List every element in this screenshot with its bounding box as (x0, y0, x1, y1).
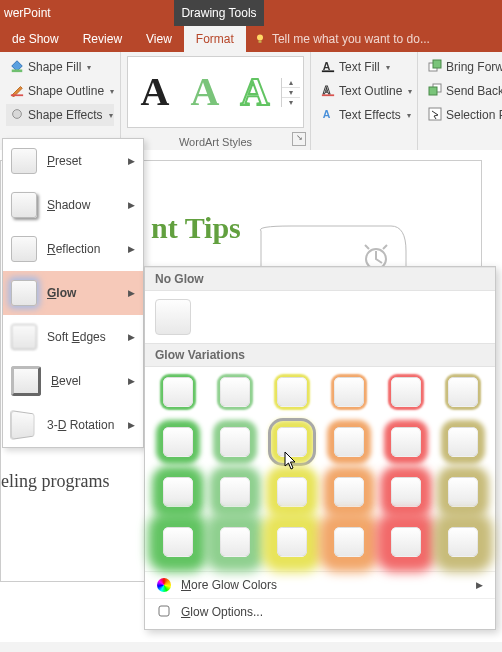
glow-swatch-r4-c2[interactable] (220, 527, 250, 557)
glow-swatch-r2-c6[interactable] (448, 427, 478, 457)
glow-swatch-r3-c6[interactable] (448, 477, 478, 507)
glow-swatch-r1-c1[interactable] (163, 377, 193, 407)
glow-swatch-r1-c6[interactable] (448, 377, 478, 407)
preset-rest: reset (55, 154, 82, 168)
tab-review[interactable]: Review (71, 26, 134, 52)
chevron-right-icon: ▶ (128, 200, 135, 210)
svg-text:A: A (323, 83, 331, 95)
reflection-icon (11, 236, 37, 262)
dialog-launcher-icon[interactable]: ↘ (292, 132, 306, 146)
glow-swatch-r4-c1[interactable] (163, 527, 193, 557)
shape-effects-button[interactable]: Shape Effects ▾ (6, 104, 114, 126)
shape-effects-menu: Preset ▶ Shadow ▶ Reflection ▶ Glow ▶ So… (2, 138, 144, 448)
heading-no-glow: No Glow (145, 267, 495, 291)
chevron-right-icon: ▶ (128, 156, 135, 166)
glow-swatch-r3-c3[interactable] (277, 477, 307, 507)
text-outline-label: Text Outline (339, 84, 402, 98)
text-fill-button[interactable]: A Text Fill ▾ (317, 56, 411, 78)
effects-item-softedges[interactable]: Soft Edges ▶ (3, 315, 143, 359)
svg-rect-11 (433, 60, 441, 68)
glow-swatch-r2-c5[interactable] (391, 427, 421, 457)
effects-item-3drotation[interactable]: 3-D Rotation ▶ (3, 403, 143, 447)
glow-swatch-r3-c5[interactable] (391, 477, 421, 507)
glow-swatch-r3-c2[interactable] (220, 477, 250, 507)
glow-swatch-r1-c2[interactable] (220, 377, 250, 407)
tab-view[interactable]: View (134, 26, 184, 52)
send-backward-button[interactable]: Send Backw (424, 80, 502, 102)
gallery-expand[interactable]: ▾ (282, 98, 300, 107)
glow-swatch-r4-c4[interactable] (334, 527, 364, 557)
effects-item-reflection[interactable]: Reflection ▶ (3, 227, 143, 271)
lightbulb-icon (254, 33, 266, 45)
glow-swatch-r4-c6[interactable] (448, 527, 478, 557)
bucket-icon (10, 59, 24, 76)
preset-icon (11, 148, 37, 174)
tell-me-search[interactable]: Tell me what you want to do... (246, 26, 430, 52)
send-backward-icon (428, 83, 442, 100)
wordart-gallery[interactable]: A A A ▴ ▾ ▾ (127, 56, 304, 128)
svg-text:A: A (323, 107, 331, 119)
selection-pane-button[interactable]: Selection Pa (424, 104, 502, 126)
chevron-down-icon: ▾ (408, 87, 412, 96)
reflection-rest: eflection (56, 242, 101, 256)
group-label-wordart: WordArt Styles (127, 134, 304, 148)
chevron-right-icon: ▶ (128, 376, 135, 386)
pen-icon (10, 83, 24, 100)
group-arrange: Bring Forwa Send Backw Selection Pa (418, 52, 502, 150)
svg-rect-19 (159, 606, 169, 616)
glow-swatch-r1-c3[interactable] (277, 377, 307, 407)
effects-item-bevel[interactable]: Bevel ▶ (3, 359, 143, 403)
text-outline-button[interactable]: A Text Outline ▾ (317, 80, 411, 102)
shape-outline-label: Shape Outline (28, 84, 104, 98)
no-glow-swatch[interactable] (155, 299, 191, 335)
bevel-rest: evel (59, 374, 81, 388)
glow-swatch-r3-c1[interactable] (163, 477, 193, 507)
svg-rect-1 (258, 41, 261, 43)
chevron-down-icon: ▾ (87, 63, 91, 72)
glow-swatch-r1-c5[interactable] (391, 377, 421, 407)
group-text-fx: A Text Fill ▾ A Text Outline ▾ A Text Ef… (311, 52, 418, 150)
shape-fill-button[interactable]: Shape Fill ▾ (6, 56, 114, 78)
wordart-preset-3[interactable]: A (231, 64, 279, 120)
bevel-icon (11, 366, 41, 396)
chevron-right-icon: ▶ (476, 580, 483, 590)
glow-swatch-r4-c5[interactable] (391, 527, 421, 557)
glow-icon (11, 280, 37, 306)
shadow-rest: hadow (55, 198, 90, 212)
glow-swatch-r3-c4[interactable] (334, 477, 364, 507)
svg-point-4 (13, 109, 22, 118)
glow-swatch-r2-c3[interactable] (277, 427, 307, 457)
gallery-scroll-up[interactable]: ▴ (282, 78, 300, 88)
gallery-scroll-down[interactable]: ▾ (282, 88, 300, 98)
glow-swatch-r2-c4[interactable] (334, 427, 364, 457)
glow-options-pre: G (181, 605, 190, 619)
wordart-preset-1[interactable]: A (131, 64, 179, 120)
wordart-preset-2[interactable]: A (181, 64, 229, 120)
chevron-right-icon: ▶ (128, 332, 135, 342)
title-bar: werPoint Drawing Tools (0, 0, 502, 26)
glow-swatch-r2-c2[interactable] (220, 427, 250, 457)
glow-swatch-r1-c4[interactable] (334, 377, 364, 407)
glow-swatch-r2-c1[interactable] (163, 427, 193, 457)
softedges-pre: Soft (47, 330, 72, 344)
glow-options[interactable]: Glow Options... (145, 598, 495, 625)
effects-item-preset[interactable]: Preset ▶ (3, 139, 143, 183)
glow-swatch-r4-c3[interactable] (277, 527, 307, 557)
effects-item-shadow[interactable]: Shadow ▶ (3, 183, 143, 227)
chevron-down-icon: ▾ (110, 87, 114, 96)
glow-rest: low (56, 286, 76, 300)
softedges-icon (11, 324, 37, 350)
shape-outline-button[interactable]: Shape Outline ▾ (6, 80, 114, 102)
svg-rect-6 (322, 70, 334, 72)
bring-forward-icon (428, 59, 442, 76)
body-text: eling programs (1, 471, 109, 492)
ribbon: Shape Fill ▾ Shape Outline ▾ Shape Effec… (0, 52, 502, 151)
more-glow-colors[interactable]: More Glow Colors ▶ (145, 571, 495, 598)
tab-slideshow[interactable]: de Show (0, 26, 71, 52)
bring-forward-button[interactable]: Bring Forwa (424, 56, 502, 78)
effects-item-glow[interactable]: Glow ▶ (3, 271, 143, 315)
tab-format[interactable]: Format (184, 26, 246, 52)
softedges-rest: dges (80, 330, 106, 344)
text-effects-button[interactable]: A Text Effects ▾ (317, 104, 411, 126)
group-shape-styles: Shape Fill ▾ Shape Outline ▾ Shape Effec… (0, 52, 121, 150)
